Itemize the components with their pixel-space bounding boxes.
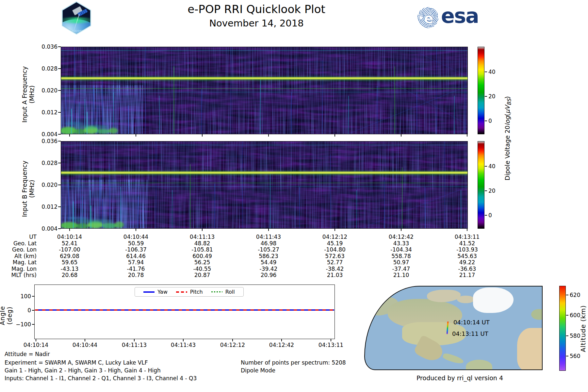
cell: -40.55 [183,266,222,272]
tick-mark [566,315,568,316]
x-tick-label: 04:11:13 [120,342,149,348]
ephemeris-column: 04:12:12 45.19 -104.80 572.63 52.77 -38.… [315,234,354,279]
tick-mark [58,228,61,229]
y-tick-label: 100 [11,293,31,300]
row-label: Mag. Lat [0,259,37,266]
tick-mark [202,229,203,231]
annotation-gains: Gain 1 - High, Gain 2 - High, Gain 3 - H… [5,367,161,374]
annotation-mode: Dipole Mode [241,367,275,374]
cell: 46.98 [249,240,288,247]
annotation-inputs: Inputs: Channel 1 - I1, Channel 2 - Q1, … [5,375,197,382]
tick-mark [467,229,467,231]
trajectory-start-label: 04:10:14 UT [453,319,490,326]
y-tick-label: 0 [11,307,31,314]
tick-mark [134,339,135,341]
cell: -38.42 [315,266,354,272]
land-europe [531,309,543,320]
tick-mark [58,68,61,69]
cell: 20.78 [116,272,155,279]
land-arctic-islands [427,290,461,302]
cell: 56.25 [183,259,222,266]
cell: 21.10 [382,272,421,279]
ephemeris-row-labels: UT Geo. Lat Geo. Lon Alt (km) Mag. Lat M… [0,234,37,279]
tick-mark [85,339,85,341]
cell: 04:12:42 [382,234,421,240]
colorbar-b [478,141,484,229]
land-central-america [442,352,465,365]
cell: 614.46 [116,253,155,260]
cell: -106.37 [116,247,155,253]
cell: 04:10:14 [50,234,89,240]
annotation-attitude: Attitude = Nadir [5,351,50,357]
cell: 48.82 [183,240,222,247]
tick-mark [485,215,487,216]
cell: 20.68 [50,272,89,279]
tick-mark [335,134,335,137]
land-greenland [473,287,514,313]
annotation-experiment: Experiment = SWARM A, SWARM C, Lucky Lak… [5,359,148,366]
tick-mark [566,335,568,336]
row-label: UT [0,234,37,240]
tick-mark [136,229,136,231]
cell: 629.08 [50,253,89,260]
spectrogram-a-image [61,47,467,134]
cell: -43.13 [50,266,89,272]
cell: 04:11:43 [249,234,288,240]
cell: 586.23 [249,253,288,260]
colorbar-tick-label: 20 [488,188,496,194]
y-tick-label: 0.036 [32,43,57,50]
tick-mark [335,229,335,231]
trajectory-end-label: 04:13:11 UT [452,330,488,337]
x-tick-label: 04:10:44 [70,342,100,348]
y-tick-label: 0.012 [32,109,57,116]
angle-zero-line [35,309,334,311]
cell: -36.63 [448,266,487,272]
x-tick-label: 04:11:43 [169,342,198,348]
cassiope-logo-text: CASSIOPE [61,30,92,32]
cell: 50.97 [382,259,421,266]
tick-mark [485,190,487,191]
row-label: Geo. Lat [0,240,37,247]
row-label: Alt (km) [0,253,37,260]
cell: 43.33 [382,240,421,247]
roll-line-sample [211,291,222,293]
tick-mark [36,339,36,341]
cell: 600.49 [183,253,222,260]
esa-wordmark: esa [441,4,479,28]
legend-label: Yaw [157,289,167,295]
cell: -41.76 [116,266,155,272]
legend-label: Pitch [190,289,203,295]
y-tick-label: 0.020 [32,182,57,188]
row-label: Mag. Lon [0,266,37,272]
tick-mark [58,134,61,135]
cell: 572.63 [315,253,354,260]
cell: 04:11:13 [183,234,222,240]
cell: 04:13:11 [448,234,487,240]
tick-mark [58,90,61,91]
legend-item-pitch: Pitch [176,289,203,295]
cell: -104.80 [315,247,354,253]
altitude-tick-label: 560 [570,353,580,359]
altitude-colorbar [559,286,566,371]
ephemeris-column: 04:13:11 41.52 -103.93 545.63 49.22 -36.… [448,234,487,279]
tick-mark [232,339,233,341]
tick-mark [467,134,467,137]
ephemeris-column: 04:12:42 43.33 -104.34 558.78 50.97 -37.… [382,234,421,279]
cell: 49.22 [448,259,487,266]
altitude-colorbar-label: Altitude (km) [579,302,587,355]
y-tick-label: 0.004 [32,131,57,138]
altitude-tick-label: 600 [570,312,580,318]
colorbar-tick-label: 40 [488,69,496,75]
y-tick-label: 0.028 [32,160,57,166]
land-africa [517,328,543,370]
colorbar-tick-label: 20 [488,93,496,100]
cell: -104.34 [382,247,421,253]
cell: 50.59 [116,240,155,247]
spectrogram-b-image [61,141,467,228]
x-tick-label: 04:12:12 [218,342,247,348]
angle-plot-ylabel: Angle (deg) [0,296,13,335]
x-tick-label: 04:13:11 [316,342,346,348]
y-tick-label: 0.012 [32,204,57,210]
tick-mark [485,166,487,167]
tick-mark [281,339,282,341]
